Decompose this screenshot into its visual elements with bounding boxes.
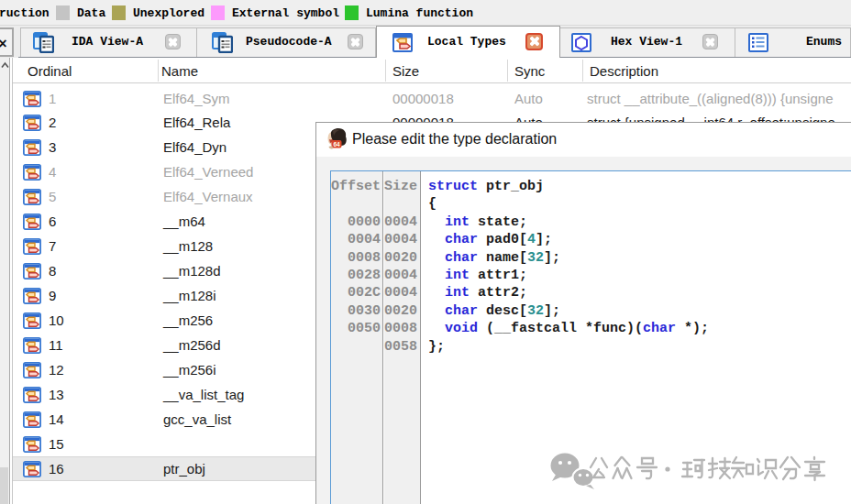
svg-text:64: 64: [334, 141, 341, 148]
